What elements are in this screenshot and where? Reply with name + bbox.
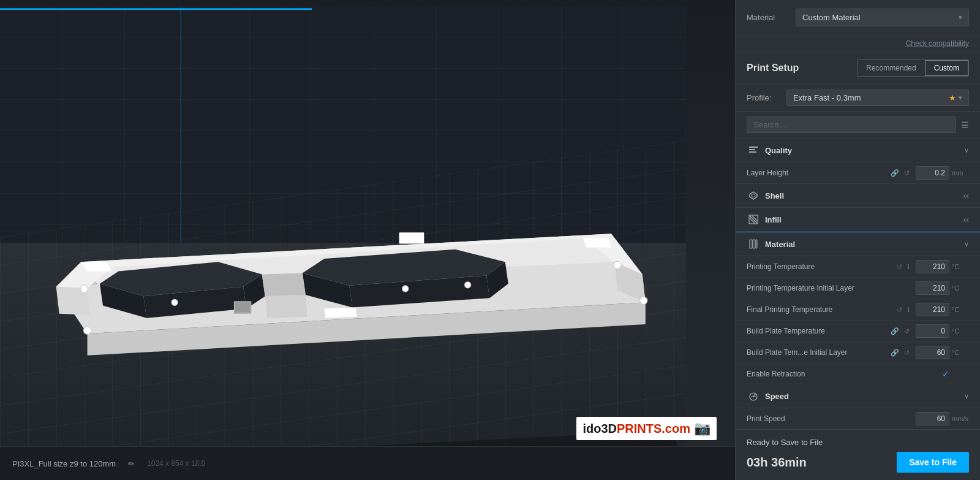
final-printing-temp-info-icon[interactable]: ℹ [906,305,911,315]
viewport: i3X/ [0,0,735,480]
infill-collapse-icon: ‹ [963,215,969,224]
svg-point-47 [402,286,409,292]
svg-point-45 [640,297,647,304]
enable-retraction-label: Enable Retraction [747,370,937,378]
material-settings-icon [747,237,760,251]
layer-height-value[interactable] [916,166,949,180]
material-section-header-settings[interactable]: Material [736,232,980,256]
tab-custom[interactable]: Custom [925,60,968,76]
svg-rect-55 [749,147,758,148]
shell-section-title: Shell [765,191,963,200]
printing-temp-initial-value[interactable] [916,281,949,295]
brand-logo: ido3DPRINTS.com 📷 [576,417,717,440]
shell-section-header[interactable]: Shell ‹ [736,184,980,208]
footer-section: Ready to Save to File 03h 36min Save to … [736,429,980,480]
print-speed-unit: mm/s [952,415,969,422]
speed-icon [747,389,760,403]
layer-height-unit: mm [952,169,969,177]
tab-recommended[interactable]: Recommended [858,60,924,76]
printing-temp-reset-icon[interactable]: ↺ [895,262,903,272]
svg-line-62 [752,216,757,221]
svg-rect-64 [750,240,752,248]
quality-collapse-icon [964,147,969,154]
build-plate-temp-initial-row: Build Plate Tem...e Initial Layer 🔗 ↺ °C [736,342,980,364]
layer-height-reset-icon[interactable]: ↺ [903,168,911,178]
layer-height-row: Layer Height 🔗 ↺ mm [736,162,980,184]
quality-section-header[interactable]: Quality [736,139,980,162]
ready-text: Ready to Save to File [747,438,969,447]
svg-rect-56 [749,149,755,150]
svg-marker-58 [750,192,757,199]
quality-section-title: Quality [765,146,964,155]
build-plate-temp-initial-reset-icon[interactable]: ↺ [903,348,911,358]
check-compatibility-link[interactable]: Check compatibility [736,36,980,52]
print-speed-label: Print Speed [747,414,911,423]
edit-model-name-icon[interactable]: ✏ [128,459,135,468]
svg-rect-66 [756,240,757,248]
profile-dropdown[interactable]: Extra Fast - 0.3mm ★ ▾ [786,90,969,106]
build-plate-temp-link-icon[interactable]: 🔗 [889,326,900,337]
layer-height-icons: 🔗 ↺ [889,168,911,178]
svg-rect-54 [235,302,250,312]
right-panel: Material Custom Material ▾ Check compati… [735,0,980,480]
final-printing-temp-icons: ↺ ℹ [895,305,911,315]
printing-temp-row: Printing Temperature ↺ ℹ °C [736,256,980,278]
svg-marker-59 [752,194,755,197]
save-row: 03h 36min Save to File [747,452,969,473]
svg-marker-37 [265,295,307,318]
svg-point-46 [172,299,178,305]
build-plate-temp-icons: 🔗 ↺ [889,326,911,337]
profile-value: Extra Fast - 0.3mm [793,93,861,102]
final-printing-temp-reset-icon[interactable]: ↺ [895,305,903,315]
build-plate-temp-reset-icon[interactable]: ↺ [903,326,911,337]
material-label: Material [747,13,790,22]
build-plate-temp-value[interactable] [916,324,949,338]
build-plate-temp-initial-unit: °C [952,349,969,356]
material-dropdown[interactable]: Custom Material ▾ [796,9,969,26]
svg-marker-52 [324,307,356,318]
filter-menu-icon[interactable]: ☰ [961,120,969,130]
profile-star-icon: ★ [949,93,956,102]
svg-marker-36 [262,273,306,296]
svg-line-61 [750,218,755,223]
build-plate-temp-initial-value[interactable] [916,346,949,359]
print-speed-value[interactable] [916,412,949,425]
layer-height-label: Layer Height [747,169,889,177]
infill-section-header[interactable]: Infill ‹ [736,208,980,232]
material-collapse-icon [964,240,969,248]
print-setup-title: Print Setup [747,63,799,74]
enable-retraction-row: Enable Retraction ✓ [736,364,980,384]
printing-temp-initial-label: Printing Temperature Initial Layer [747,284,911,292]
enable-retraction-checkbox-container: ✓ [942,369,949,379]
save-to-file-button[interactable]: Save to File [897,452,969,473]
printing-temp-value[interactable] [916,260,949,273]
model-name-label: PI3XL_Full size z9 to 120mm [12,459,116,468]
build-plate-temp-initial-icons: 🔗 ↺ [889,348,911,358]
material-section: Material Custom Material ▾ [736,0,980,36]
svg-rect-57 [749,151,756,153]
profile-row: Profile: Extra Fast - 0.3mm ★ ▾ [736,85,980,112]
speed-collapse-icon [964,392,969,400]
printing-temp-info-icon[interactable]: ℹ [906,262,911,272]
tab-group: Recommended Custom [857,59,969,77]
build-plate-temp-initial-link-icon[interactable]: 🔗 [889,348,900,358]
profile-label: Profile: [747,93,780,102]
build-plate-temp-initial-label: Build Plate Tem...e Initial Layer [747,348,889,357]
build-plate-temp-row: Build Plate Temperature 🔗 ↺ °C [736,321,980,342]
bottom-bar: PI3XL_Full size z9 to 120mm ✏ 1024 x 854… [0,446,735,480]
svg-point-44 [83,327,91,334]
printing-temp-initial-unit: °C [952,284,969,292]
infill-icon [747,213,760,226]
print-speed-row: Print Speed mm/s [736,408,980,429]
brand-logo-text: ido3DPRINTS.com [582,422,690,436]
quality-icon [747,143,760,157]
enable-retraction-check-icon[interactable]: ✓ [942,369,949,379]
layer-height-link-icon[interactable]: 🔗 [889,168,900,178]
model-dimensions: 1024 x 854 x 18.0 [147,459,205,468]
final-printing-temp-unit: °C [952,306,969,313]
material-dropdown-arrow: ▾ [959,13,962,21]
speed-section-header[interactable]: Speed [736,384,980,408]
search-input[interactable] [747,116,956,133]
final-printing-temp-value[interactable] [916,303,949,316]
material-section-title-settings: Material [765,240,964,249]
